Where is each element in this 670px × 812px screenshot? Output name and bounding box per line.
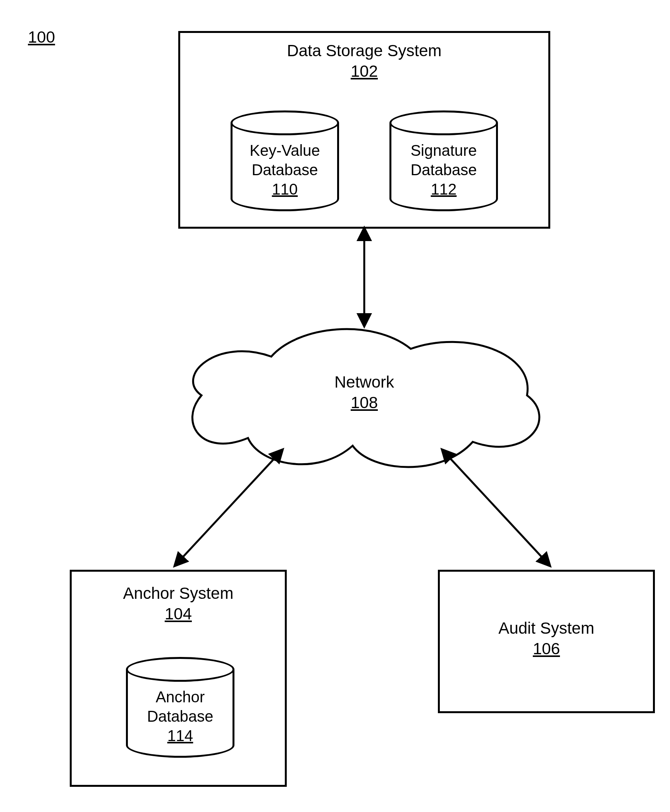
data-storage-system-box: Data Storage System 102 Key-Value Databa… bbox=[178, 31, 550, 229]
anchor-db-line2: Database bbox=[147, 708, 213, 725]
signature-database-label: Signature Database 112 bbox=[389, 141, 498, 199]
sig-db-line1: Signature bbox=[410, 142, 477, 159]
network-ref: 108 bbox=[351, 393, 378, 412]
network-name: Network bbox=[334, 373, 394, 391]
data-storage-system-ref: 102 bbox=[351, 61, 378, 82]
kv-db-ref: 110 bbox=[272, 181, 298, 198]
anchor-system-box: Anchor System 104 Anchor Database 114 bbox=[70, 570, 287, 787]
anchor-db-ref: 114 bbox=[167, 727, 193, 744]
anchor-system-ref: 104 bbox=[165, 604, 192, 624]
anchor-database-cylinder: Anchor Database 114 bbox=[126, 657, 234, 758]
anchor-system-label: Anchor System 104 bbox=[72, 583, 285, 624]
svg-line-2 bbox=[446, 453, 546, 562]
network-label: Network 108 bbox=[171, 372, 558, 413]
audit-system-name: Audit System bbox=[440, 618, 653, 639]
sig-db-line2: Database bbox=[410, 161, 477, 178]
audit-system-box: Audit System 106 bbox=[438, 570, 655, 713]
anchor-db-line1: Anchor bbox=[156, 688, 205, 705]
db-top-ellipse bbox=[231, 110, 339, 135]
connector-dss-network bbox=[357, 229, 372, 326]
signature-database-cylinder: Signature Database 112 bbox=[389, 110, 498, 211]
diagram-canvas: 100 Data Storage System 102 Key-Value Da… bbox=[0, 0, 670, 812]
kv-db-line1: Key-Value bbox=[250, 142, 320, 159]
kv-db-line2: Database bbox=[251, 161, 318, 178]
key-value-database-cylinder: Key-Value Database 110 bbox=[231, 110, 339, 211]
db-top-ellipse bbox=[389, 110, 498, 135]
svg-line-1 bbox=[178, 453, 279, 562]
connector-network-anchor bbox=[167, 446, 291, 570]
data-storage-system-name: Data Storage System bbox=[180, 41, 548, 61]
sig-db-ref: 112 bbox=[431, 181, 457, 198]
audit-system-label: Audit System 106 bbox=[440, 618, 653, 659]
audit-system-ref: 106 bbox=[533, 639, 560, 659]
connector-network-audit bbox=[434, 446, 558, 570]
key-value-database-label: Key-Value Database 110 bbox=[231, 141, 339, 199]
data-storage-system-label: Data Storage System 102 bbox=[180, 41, 548, 81]
anchor-system-name: Anchor System bbox=[72, 583, 285, 604]
db-top-ellipse bbox=[126, 657, 234, 682]
anchor-database-label: Anchor Database 114 bbox=[126, 687, 234, 745]
figure-number: 100 bbox=[28, 28, 55, 47]
